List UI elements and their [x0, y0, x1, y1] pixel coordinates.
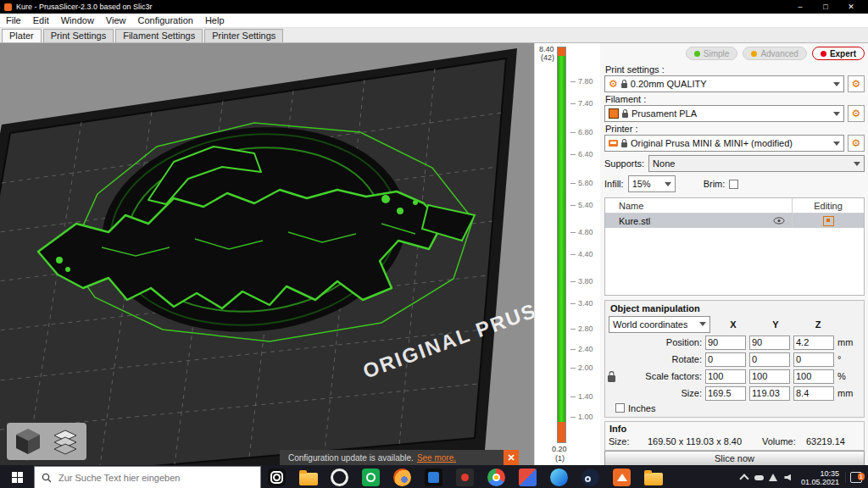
ring-icon	[331, 469, 348, 486]
position-z-input[interactable]	[793, 336, 834, 350]
slider-min-value: 0.20	[552, 445, 567, 453]
tray-cloud-item[interactable]	[752, 465, 766, 488]
tray-expand-button[interactable]	[737, 465, 752, 488]
rotate-unit: °	[837, 354, 856, 364]
filament-select[interactable]: Prusament PLA	[604, 105, 844, 122]
taskbar-app-steam[interactable]	[575, 465, 606, 488]
inches-checkbox[interactable]	[615, 403, 625, 413]
filament-gear-button[interactable]: ⚙	[848, 105, 865, 122]
printer-icon	[609, 140, 618, 147]
taskbar-app-browser-colorful[interactable]	[481, 465, 512, 488]
prusaslicer-window: Kure - PrusaSlicer-2.3.0 based on Slic3r…	[0, 0, 868, 488]
infill-select[interactable]: 15%	[628, 175, 676, 192]
menu-file[interactable]: File	[0, 15, 27, 25]
windows-taskbar: 10:35 01.05.2021 1	[0, 465, 868, 488]
viewport-3d: ORIGINAL PRUSA	[0, 43, 534, 465]
taskbar-app-ring[interactable]	[324, 465, 355, 488]
scale-x-input[interactable]	[705, 369, 746, 384]
lock-icon	[621, 83, 627, 88]
print-settings-label: Print settings :	[605, 64, 865, 75]
close-button[interactable]: ✕	[838, 0, 864, 14]
rotate-y-input[interactable]	[749, 352, 790, 367]
network-icon	[769, 474, 777, 481]
taskbar-app-calculator[interactable]	[418, 465, 449, 488]
maximize-button[interactable]: □	[813, 0, 838, 14]
menu-help[interactable]: Help	[199, 15, 231, 25]
view-3d-thumbnail[interactable]	[12, 425, 44, 458]
start-button[interactable]	[0, 465, 34, 488]
slider-top-handle[interactable]	[558, 47, 565, 56]
position-x-input[interactable]	[705, 336, 746, 350]
view-preview-thumbnail[interactable]	[49, 425, 81, 458]
menubar: File Edit Window View Configuration Help	[0, 14, 868, 28]
brim-label: Brim:	[704, 179, 726, 189]
notification-close-button[interactable]: ✕	[504, 450, 519, 465]
slice-now-button[interactable]: Slice now	[604, 451, 865, 465]
mode-expert-button[interactable]: Expert	[812, 47, 865, 60]
tab-filament-settings[interactable]: Filament Settings	[115, 29, 203, 42]
taskbar-app-explorer[interactable]	[292, 465, 324, 488]
window-title: Kure - PrusaSlicer-2.3.0 based on Slic3r	[16, 3, 153, 11]
taskbar-app-prusaslicer[interactable]	[606, 465, 637, 488]
column-name[interactable]: Name	[605, 201, 792, 211]
object-row-kure[interactable]: Kure.stl	[605, 214, 864, 228]
slider-bottom-handle[interactable]	[558, 422, 565, 442]
menu-edit[interactable]: Edit	[27, 15, 55, 25]
tab-print-settings[interactable]: Print Settings	[43, 29, 114, 42]
uniform-scale-lock-icon[interactable]	[608, 375, 615, 382]
menu-configuration[interactable]: Configuration	[131, 15, 198, 25]
taskbar-app-darkred[interactable]	[449, 465, 481, 488]
taskbar-app-redblue[interactable]	[512, 465, 543, 488]
taskbar-clock[interactable]: 10:35 01.05.2021	[795, 469, 845, 486]
taskbar-app-green[interactable]	[355, 465, 387, 488]
print-settings-select[interactable]: ⚙ 0.20mm QUALITY	[604, 75, 844, 92]
notification-center-button[interactable]: 1	[845, 472, 866, 483]
notification-badge: 1	[858, 473, 865, 480]
taskbar-app-browser-orange[interactable]	[387, 465, 418, 488]
menu-view[interactable]: View	[100, 15, 132, 25]
search-input[interactable]	[57, 472, 253, 484]
tray-volume-item[interactable]	[781, 465, 795, 488]
supports-select[interactable]: None	[648, 155, 865, 172]
scale-y-input[interactable]	[749, 369, 790, 384]
minimize-button[interactable]: –	[787, 0, 813, 14]
taskbar-app-folder[interactable]	[637, 465, 669, 488]
tray-network-item[interactable]	[766, 465, 781, 488]
tab-plater[interactable]: Plater	[2, 29, 42, 42]
size-x-input[interactable]	[705, 386, 746, 401]
slider-track[interactable]	[558, 56, 565, 422]
taskbar-search[interactable]	[34, 466, 261, 488]
mode-simple-button[interactable]: Simple	[686, 47, 738, 60]
info-size-value: 169.50 x 119.03 x 8.40	[648, 436, 762, 446]
layer-slider[interactable]	[557, 47, 566, 443]
slider-tick: 3.80	[570, 277, 593, 286]
folder-icon	[644, 473, 663, 485]
coordinates-select[interactable]: World coordinates	[609, 316, 710, 333]
scale-z-input[interactable]	[793, 369, 834, 384]
rotate-label: Rotate:	[609, 354, 702, 364]
size-z-input[interactable]	[793, 386, 834, 401]
simple-mode-dot-icon	[694, 51, 700, 57]
taskbar-app-edge[interactable]	[543, 465, 575, 488]
position-y-input[interactable]	[749, 336, 790, 350]
brim-checkbox[interactable]	[729, 180, 738, 189]
taskbar-app-camera[interactable]	[261, 465, 292, 488]
rotate-z-input[interactable]	[793, 352, 834, 367]
eye-visibility-icon[interactable]	[773, 217, 785, 225]
mode-advanced-button[interactable]: Advanced	[743, 47, 806, 60]
menu-window[interactable]: Window	[55, 15, 100, 25]
print-settings-gear-button[interactable]: ⚙	[848, 75, 865, 92]
chevron-down-icon	[854, 162, 860, 166]
rotate-x-input[interactable]	[705, 352, 746, 367]
editing-icon[interactable]	[823, 216, 834, 226]
slider-tick: 1.40	[570, 392, 593, 401]
printer-gear-button[interactable]: ⚙	[848, 135, 865, 152]
size-y-input[interactable]	[749, 386, 790, 401]
clock-date: 01.05.2021	[801, 478, 839, 486]
search-icon	[42, 473, 51, 483]
see-more-link[interactable]: See more.	[417, 453, 456, 463]
calculator-icon	[425, 469, 442, 486]
column-editing[interactable]: Editing	[792, 198, 864, 213]
printer-select[interactable]: Original Prusa MINI & MINI+ (modified)	[604, 135, 844, 152]
tab-printer-settings[interactable]: Printer Settings	[204, 29, 283, 42]
